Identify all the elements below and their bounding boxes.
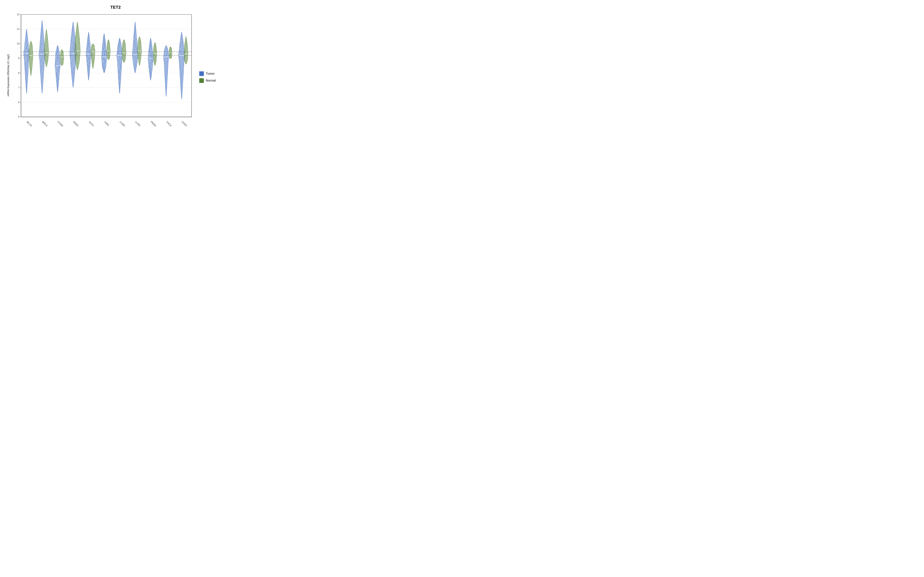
svg-point-142 xyxy=(57,91,58,92)
svg-point-462 xyxy=(123,49,123,50)
svg-text:8: 8 xyxy=(18,72,19,74)
svg-point-552 xyxy=(150,55,151,56)
svg-text:HNSC: HNSC xyxy=(73,121,79,127)
svg-point-684 xyxy=(182,42,183,43)
svg-point-341 xyxy=(103,67,104,68)
svg-point-225 xyxy=(74,57,75,58)
svg-point-643 xyxy=(170,47,171,48)
svg-point-433 xyxy=(119,60,120,61)
svg-point-679 xyxy=(180,50,181,51)
svg-point-137 xyxy=(46,33,47,34)
svg-point-676 xyxy=(181,55,181,55)
svg-point-222 xyxy=(71,63,72,64)
svg-point-288 xyxy=(89,58,90,59)
svg-point-314 xyxy=(92,66,93,66)
svg-text:UCEC: UCEC xyxy=(181,121,188,127)
svg-point-114 xyxy=(41,38,42,39)
svg-point-95 xyxy=(41,82,42,82)
svg-point-349 xyxy=(104,61,105,62)
svg-point-423 xyxy=(119,71,120,72)
svg-point-442 xyxy=(120,50,121,51)
svg-point-568 xyxy=(150,40,151,41)
svg-point-212 xyxy=(73,82,74,82)
svg-point-476 xyxy=(135,65,136,66)
svg-point-157 xyxy=(57,76,58,77)
svg-point-581 xyxy=(153,54,154,55)
svg-point-302 xyxy=(88,43,89,44)
svg-point-143 xyxy=(57,90,58,90)
svg-point-286 xyxy=(87,60,88,61)
svg-point-443 xyxy=(118,49,119,50)
svg-point-190 xyxy=(61,64,62,64)
svg-point-608 xyxy=(166,75,166,76)
svg-point-322 xyxy=(91,56,92,56)
svg-point-649 xyxy=(181,96,182,97)
svg-point-687 xyxy=(181,38,181,39)
svg-point-564 xyxy=(150,44,151,45)
svg-point-599 xyxy=(166,89,166,90)
svg-point-399 xyxy=(108,41,109,42)
svg-point-37 xyxy=(26,76,26,77)
svg-point-211 xyxy=(73,84,74,84)
svg-point-496 xyxy=(134,36,135,37)
svg-point-385 xyxy=(108,58,109,59)
svg-point-115 xyxy=(41,36,42,37)
svg-point-421 xyxy=(119,73,120,74)
svg-point-467 xyxy=(124,42,124,42)
svg-point-602 xyxy=(166,84,167,85)
svg-point-531 xyxy=(150,74,151,75)
svg-point-583 xyxy=(154,52,155,53)
svg-point-386 xyxy=(108,57,109,58)
svg-point-546 xyxy=(152,61,153,61)
svg-point-441 xyxy=(119,51,120,52)
svg-point-663 xyxy=(181,74,182,75)
svg-point-481 xyxy=(137,58,137,59)
svg-point-517 xyxy=(139,46,139,47)
svg-point-243 xyxy=(73,23,74,24)
svg-point-707 xyxy=(186,39,187,40)
svg-point-680 xyxy=(182,48,183,49)
svg-point-464 xyxy=(124,46,125,47)
svg-point-516 xyxy=(140,47,141,48)
svg-point-682 xyxy=(182,45,183,46)
legend-box-tumor xyxy=(199,71,204,76)
svg-point-413 xyxy=(120,82,121,83)
svg-point-28 xyxy=(26,90,27,91)
svg-point-610 xyxy=(167,71,168,72)
svg-point-551 xyxy=(151,56,152,57)
svg-point-460 xyxy=(124,52,124,52)
svg-point-195 xyxy=(63,60,63,60)
svg-point-293 xyxy=(89,53,89,53)
svg-point-316 xyxy=(92,63,93,64)
svg-point-159 xyxy=(57,74,58,75)
svg-point-134 xyxy=(47,39,48,40)
svg-point-68 xyxy=(31,73,31,73)
svg-point-236 xyxy=(74,37,74,37)
svg-point-555 xyxy=(152,52,152,53)
svg-point-184 xyxy=(58,50,59,51)
svg-point-357 xyxy=(104,55,105,56)
svg-point-528 xyxy=(150,77,151,78)
svg-point-625 xyxy=(166,47,167,47)
svg-point-463 xyxy=(123,47,124,48)
svg-point-431 xyxy=(121,62,122,63)
svg-point-305 xyxy=(88,40,89,41)
svg-point-340 xyxy=(104,68,105,69)
svg-point-40 xyxy=(26,71,27,72)
svg-point-688 xyxy=(181,36,182,37)
svg-point-60 xyxy=(26,40,27,40)
svg-point-72 xyxy=(30,66,31,67)
svg-point-319 xyxy=(92,60,93,60)
svg-point-234 xyxy=(71,40,72,41)
svg-point-544 xyxy=(151,63,152,63)
svg-point-446 xyxy=(118,45,119,46)
svg-point-239 xyxy=(72,31,73,32)
svg-point-183 xyxy=(57,51,58,52)
svg-text:LUAD: LUAD xyxy=(119,121,126,127)
svg-point-66 xyxy=(26,31,27,31)
svg-point-156 xyxy=(57,77,58,78)
svg-point-71 xyxy=(30,68,31,68)
svg-point-272 xyxy=(89,75,89,76)
svg-point-369 xyxy=(104,45,105,46)
svg-point-674 xyxy=(182,58,183,58)
